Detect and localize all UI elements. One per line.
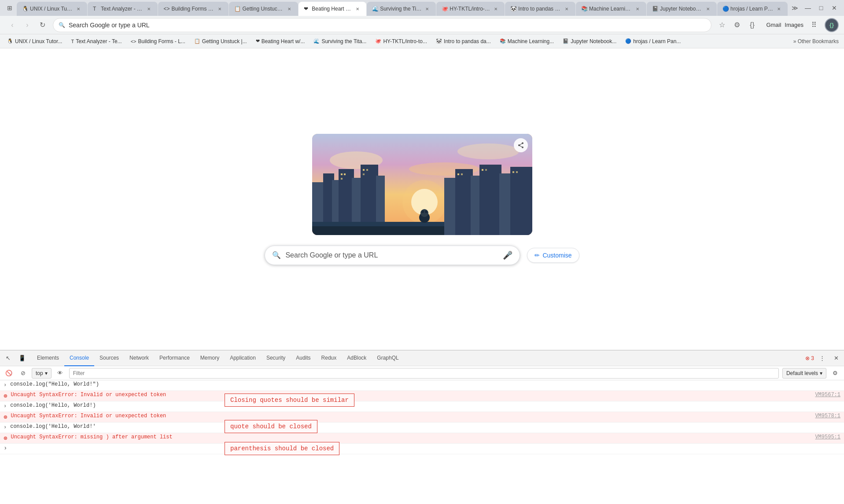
devtools-tab-security[interactable]: Security bbox=[261, 350, 291, 366]
bookmark-label: Building Forms - L... bbox=[138, 38, 185, 44]
tab-label: Surviving the Tita... bbox=[380, 6, 422, 12]
more-tabs-button[interactable]: ≫ bbox=[789, 2, 801, 14]
filter-input[interactable] bbox=[69, 368, 779, 379]
search-bar[interactable]: 🔍 Search Google or type a URL 🎤 bbox=[265, 246, 520, 265]
address-input[interactable]: 🔍 Search Google or type a URL bbox=[53, 18, 711, 32]
browser-tab-t6[interactable]: 🌊 Surviving the Tita... ✕ bbox=[367, 2, 436, 16]
tab-favicon: 📋 bbox=[234, 6, 240, 12]
tab-close-button[interactable]: ✕ bbox=[492, 5, 499, 12]
expand-arrow[interactable]: › bbox=[4, 423, 7, 430]
browser-tab-t11[interactable]: 🔵 hrojas / Learn Pan... ✕ bbox=[717, 2, 788, 16]
tab-close-button[interactable]: ✕ bbox=[216, 5, 223, 12]
more-options-button[interactable]: ⋮ bbox=[816, 352, 828, 364]
tab-label: hrojas / Learn Pan... bbox=[730, 6, 774, 12]
bookmark-item[interactable]: 📓Jupyter Notebook... bbox=[559, 37, 620, 45]
browser-tab-t2[interactable]: T Text Analyzer - Te... ✕ bbox=[88, 2, 158, 16]
devtools-tab-redux[interactable]: Redux bbox=[316, 350, 342, 366]
bookmark-item[interactable]: 📚Machine Learning... bbox=[496, 37, 557, 45]
gmail-link[interactable]: Gmail bbox=[766, 22, 781, 28]
tab-close-button[interactable]: ✕ bbox=[286, 5, 293, 12]
device-toggle-button[interactable]: 📱 bbox=[16, 352, 28, 364]
svg-rect-26 bbox=[455, 169, 473, 235]
context-label: top bbox=[36, 370, 43, 376]
default-levels-dropdown[interactable]: Default levels ▾ bbox=[782, 368, 826, 379]
tab-close-button[interactable]: ✕ bbox=[145, 5, 152, 12]
expand-arrow[interactable]: › bbox=[4, 402, 7, 409]
line-number[interactable]: VM9595:1 bbox=[815, 434, 840, 440]
images-link[interactable]: Images bbox=[785, 22, 803, 28]
doodle-image[interactable] bbox=[312, 134, 532, 235]
devtools-tab-sources[interactable]: Sources bbox=[94, 350, 124, 366]
bookmark-item[interactable]: ❤Beating Heart w/... bbox=[252, 37, 309, 45]
levels-chevron: ▾ bbox=[820, 370, 822, 376]
tab-close-button[interactable]: ✕ bbox=[704, 5, 711, 12]
reload-button[interactable]: ↻ bbox=[35, 18, 49, 32]
context-selector[interactable]: top ▾ bbox=[32, 368, 52, 379]
devtools-tab-performance[interactable]: Performance bbox=[154, 350, 195, 366]
settings-button[interactable]: ⚙ bbox=[830, 368, 840, 379]
devtools-tab-audits[interactable]: Audits bbox=[291, 350, 316, 366]
browser-tab-t5[interactable]: ❤ Beating Heart w/... ✕ bbox=[299, 2, 366, 16]
maximize-button[interactable]: □ bbox=[815, 2, 827, 14]
forward-button[interactable]: › bbox=[20, 18, 34, 32]
bookmarks-more[interactable]: » Other Bookmarks bbox=[792, 37, 840, 45]
tab-close-button[interactable]: ✕ bbox=[424, 5, 431, 12]
devtools-tab-adblock[interactable]: AdBlock bbox=[342, 350, 372, 366]
minimize-button[interactable]: — bbox=[802, 2, 814, 14]
customise-button[interactable]: ✏ Customise bbox=[527, 248, 579, 263]
devtools-tab-application[interactable]: Application bbox=[225, 350, 261, 366]
expand-arrow[interactable]: › bbox=[4, 381, 7, 388]
browser-tab-t8[interactable]: 🐼 Intro to pandas da... ✕ bbox=[505, 2, 575, 16]
eye-button[interactable]: 👁 bbox=[55, 368, 66, 379]
bookmark-button[interactable]: ☆ bbox=[715, 18, 729, 32]
mic-icon[interactable]: 🎤 bbox=[503, 250, 512, 260]
tab-close-button[interactable]: ✕ bbox=[563, 5, 570, 12]
bookmark-item[interactable]: 🐼Intro to pandas da... bbox=[432, 37, 494, 45]
block-requests-button[interactable]: ⊘ bbox=[18, 368, 28, 379]
tab-label: Intro to pandas da... bbox=[518, 6, 561, 12]
devtools-tab-network[interactable]: Network bbox=[124, 350, 154, 366]
devtools-tab-memory[interactable]: Memory bbox=[195, 350, 225, 366]
browser-tab-t9[interactable]: 📚 Machine Learning... ✕ bbox=[576, 2, 646, 16]
tab-favicon: ❤ bbox=[304, 6, 310, 12]
user-avatar[interactable]: {} bbox=[825, 18, 839, 32]
line-number[interactable]: VM9578:1 bbox=[815, 413, 840, 419]
inspect-element-button[interactable]: ↖ bbox=[2, 352, 14, 364]
svg-rect-28 bbox=[479, 165, 501, 235]
tab-close-button[interactable]: ✕ bbox=[634, 5, 641, 12]
doodle-share-button[interactable] bbox=[514, 138, 528, 152]
browser-tab-t1[interactable]: 🐧 UNIX / Linux Tutor... ✕ bbox=[17, 2, 87, 16]
bookmark-item[interactable]: 🐧UNIX / Linux Tutor... bbox=[4, 37, 66, 45]
clear-console-button[interactable]: 🚫 bbox=[4, 368, 14, 379]
bookmark-item[interactable]: TText Analyzer - Te... bbox=[67, 37, 125, 45]
google-apps-button[interactable]: ⠿ bbox=[807, 18, 821, 32]
tab-close-button[interactable]: ✕ bbox=[75, 5, 82, 12]
line-number[interactable]: VM9567:1 bbox=[815, 392, 840, 398]
new-tab-group-button[interactable]: ⊞ bbox=[4, 2, 16, 14]
svg-rect-17 bbox=[366, 169, 368, 171]
tab-label: UNIX / Linux Tutor... bbox=[30, 6, 73, 12]
back-button[interactable]: ‹ bbox=[5, 18, 19, 32]
bookmark-item[interactable]: 📋Getting Unstuck |... bbox=[191, 37, 251, 45]
bookmark-item[interactable]: <>Building Forms - L... bbox=[127, 37, 189, 45]
svg-rect-36 bbox=[516, 171, 518, 173]
bookmark-item[interactable]: 🌊Surviving the Tita... bbox=[310, 37, 370, 45]
close-devtools-button[interactable]: ✕ bbox=[830, 352, 842, 364]
bookmark-favicon: 📋 bbox=[194, 38, 200, 44]
profile-button[interactable]: {} bbox=[745, 18, 759, 32]
bookmark-item[interactable]: 🔵hrojas / Learn Pan... bbox=[622, 37, 684, 45]
devtools-tab-elements[interactable]: Elements bbox=[32, 350, 64, 366]
bookmark-item[interactable]: 🐙HY-TKTL/intro-to... bbox=[372, 37, 431, 45]
devtools-tab-graphql[interactable]: GraphQL bbox=[372, 350, 404, 366]
extension-button[interactable]: ⚙ bbox=[730, 18, 744, 32]
browser-tab-t7[interactable]: 🐙 HY-TKTL/intro-to... ✕ bbox=[436, 2, 505, 16]
close-button[interactable]: ✕ bbox=[828, 2, 840, 14]
browser-tab-t3[interactable]: <> Building Forms - L... ✕ bbox=[158, 2, 229, 16]
tab-close-button[interactable]: ✕ bbox=[354, 5, 361, 12]
search-input[interactable]: Search Google or type a URL bbox=[285, 251, 498, 259]
browser-tab-t10[interactable]: 📓 Jupyter Notebook... ✕ bbox=[647, 2, 717, 16]
browser-tab-t4[interactable]: 📋 Getting Unstuck |... ✕ bbox=[229, 2, 298, 16]
devtools-tab-console[interactable]: Console bbox=[64, 350, 94, 366]
bookmarks-bar: 🐧UNIX / Linux Tutor...TText Analyzer - T… bbox=[0, 34, 844, 48]
tab-close-button[interactable]: ✕ bbox=[775, 5, 782, 12]
